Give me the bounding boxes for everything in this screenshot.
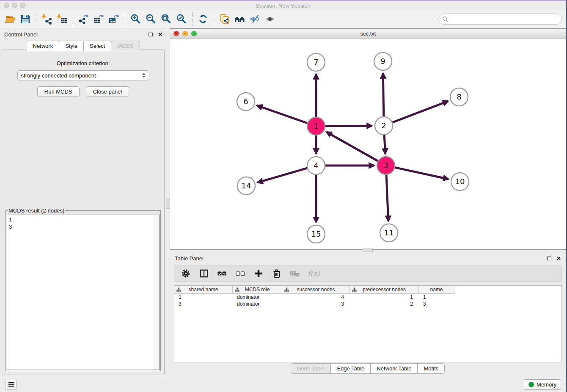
edge-3-10[interactable] (395, 168, 448, 179)
tab-edge-table[interactable]: Edge Table (330, 363, 371, 374)
import-table-button[interactable] (55, 11, 70, 27)
zoom-fit-button[interactable] (159, 11, 174, 27)
column-header-name[interactable]: name (419, 286, 454, 294)
tab-motifs[interactable]: Motifs (417, 363, 445, 374)
table-row[interactable]: 1dominator411 (174, 294, 561, 301)
table-cell[interactable]: 3 (282, 301, 350, 307)
show-graphics-details-button[interactable] (263, 11, 278, 27)
optimization-criterion-select[interactable]: strongly connected component (17, 70, 149, 80)
close-panel-button[interactable]: Close panel (86, 86, 129, 97)
node-9[interactable]: 9 (374, 52, 392, 70)
fx-icon: f(x) (308, 269, 320, 278)
select-all-columns-button[interactable] (217, 268, 228, 279)
import-network-button[interactable] (39, 11, 55, 27)
close-panel-icon[interactable]: ✕ (158, 32, 162, 37)
column-header-label: name (419, 287, 454, 293)
export-image-button[interactable] (107, 11, 122, 27)
table-cell[interactable]: dominator (233, 294, 282, 301)
table-cell[interactable]: 4 (282, 294, 350, 301)
node-2[interactable]: 2 (375, 117, 393, 135)
maximize-network-button[interactable]: + (191, 31, 197, 36)
node-10[interactable]: 10 (451, 173, 469, 190)
first-neighbors-button[interactable] (232, 11, 248, 27)
list-icon (8, 382, 14, 388)
export-network-button[interactable] (76, 11, 91, 27)
float-panel-icon[interactable] (149, 33, 153, 36)
show-columns-button[interactable] (198, 268, 209, 279)
save-session-button[interactable] (18, 11, 33, 27)
columns-icon (199, 268, 209, 279)
close-table-panel-icon[interactable]: ✕ (556, 256, 561, 261)
node-14[interactable]: 14 (237, 177, 255, 195)
node-6[interactable]: 6 (237, 93, 255, 110)
edge-2-3[interactable] (384, 135, 385, 154)
zoom-selected-button[interactable] (174, 11, 189, 27)
table-cell[interactable]: dominator (233, 301, 282, 307)
unselect-all-columns-button[interactable] (235, 268, 246, 279)
add-column-button[interactable] (253, 268, 264, 279)
network-canvas[interactable]: 7968124314101511 (170, 39, 566, 249)
column-header-predecessor-nodes[interactable]: predecessor nodes (350, 286, 419, 294)
trash-icon (272, 268, 282, 279)
zoom-out-button[interactable] (143, 11, 159, 27)
table-cell[interactable]: 1 (419, 294, 454, 301)
memory-button[interactable]: Memory (524, 379, 561, 390)
node-8[interactable]: 8 (450, 88, 468, 106)
table-cell[interactable]: 1 (174, 294, 233, 301)
show-task-history-button[interactable] (5, 380, 17, 390)
table-options-button[interactable] (180, 268, 191, 279)
node-3[interactable]: 3 (377, 157, 395, 174)
minimize-window-button[interactable] (12, 3, 17, 8)
hide-graphics-details-button[interactable] (248, 11, 263, 27)
node-4[interactable]: 4 (307, 157, 325, 174)
zoom-fit-icon (161, 14, 172, 25)
edge-3-11[interactable] (386, 175, 388, 221)
zoom-window-button[interactable] (20, 3, 25, 8)
result-scrollbar[interactable] (154, 215, 159, 370)
minimize-network-button[interactable]: − (182, 31, 188, 36)
table-cell[interactable]: 2 (350, 301, 419, 307)
zoom-in-button[interactable] (128, 11, 143, 27)
table-cell[interactable]: 3 (419, 301, 454, 307)
tab-style[interactable]: Style (59, 41, 84, 51)
tab-node-table[interactable]: Node Table (291, 363, 331, 374)
tab-network-table[interactable]: Network Table (370, 363, 418, 374)
column-header-MCDS-role[interactable]: MCDS role (233, 286, 282, 294)
column-header-shared-name[interactable]: shared name (174, 286, 233, 294)
open-file-button[interactable] (3, 11, 18, 27)
node-1[interactable]: 1 (307, 117, 325, 135)
edge-2-9[interactable] (383, 73, 383, 116)
table-cell[interactable]: 3 (174, 301, 233, 307)
column-header-successor-nodes[interactable]: successor nodes (282, 286, 350, 294)
search-field[interactable] (438, 14, 562, 25)
mcds-result-group: MCDS result (2 nodes) 1 3 (6, 207, 161, 371)
edge-1-6[interactable] (257, 105, 307, 123)
node-7[interactable]: 7 (307, 53, 325, 71)
open-folder-icon (5, 14, 16, 25)
hide-details-eye-icon (250, 14, 261, 25)
run-mcds-button[interactable]: Run MCDS (37, 86, 80, 97)
float-table-panel-icon[interactable] (547, 257, 551, 260)
export-table-button[interactable] (91, 11, 107, 27)
node-15[interactable]: 15 (307, 225, 325, 243)
table-row[interactable]: 3dominator323 (174, 301, 561, 307)
edge-4-14[interactable] (258, 168, 307, 182)
table-panel-title: Table Panel (175, 255, 204, 262)
table-cell[interactable]: 1 (350, 294, 419, 301)
tab-select[interactable]: Select (83, 41, 111, 51)
clone-network-button[interactable] (217, 11, 232, 27)
close-network-button[interactable]: ✕ (173, 31, 179, 36)
apply-function-button[interactable]: f(x) (308, 268, 320, 279)
tab-network[interactable]: Network (27, 41, 60, 51)
delete-columns-button[interactable] (271, 268, 282, 279)
close-window-button[interactable] (4, 3, 9, 8)
table-panel: Table Panel ✕ (170, 252, 566, 377)
apply-layout-button[interactable] (195, 11, 211, 27)
search-input[interactable] (450, 16, 558, 22)
node-11[interactable]: 11 (380, 224, 398, 242)
delete-table-button[interactable] (289, 268, 300, 279)
edge-2-8[interactable] (393, 101, 448, 122)
tab-mcds[interactable]: MCDS (111, 41, 140, 51)
edge-3-1[interactable] (326, 132, 377, 161)
edge-1-2[interactable] (325, 126, 372, 126)
